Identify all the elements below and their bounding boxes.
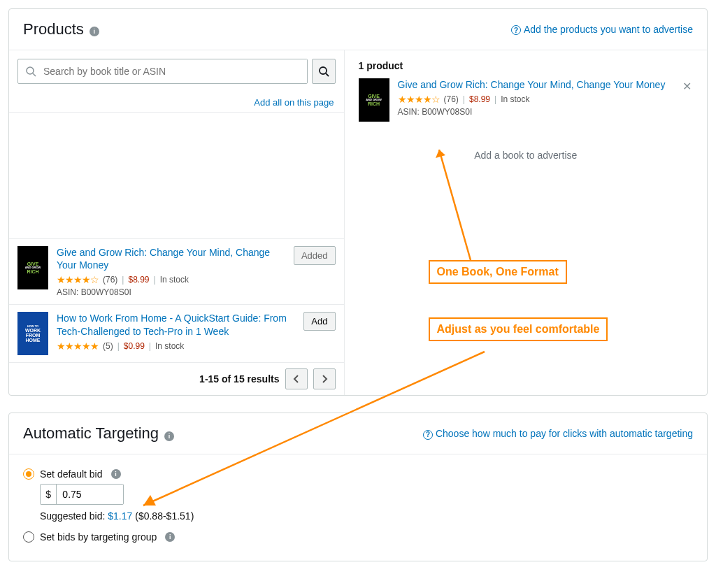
book-title-link[interactable]: How to Work From Home - A QuickStart Gui… xyxy=(57,312,295,337)
book-price: $8.99 xyxy=(128,275,149,285)
add-book-hint: Add a book to advertise xyxy=(359,122,694,189)
chevron-right-icon xyxy=(321,375,328,383)
callout-one-book: One Book, One Format xyxy=(429,260,567,284)
book-meta: ★★★★★ (5) | $0.99 | In stock xyxy=(57,340,295,352)
automatic-targeting-panel: Automatic Targeting i ?Choose how much t… xyxy=(8,413,708,561)
star-rating-icon: ★★★★☆ xyxy=(57,274,99,285)
star-rating-icon: ★★★★★ xyxy=(57,340,99,352)
products-title: Products xyxy=(23,20,84,38)
suggested-bid-label: Suggested bid: xyxy=(40,510,108,522)
stock-status: In stock xyxy=(501,94,529,104)
targeting-body: Set default bid i $ Suggested bid: $1.17… xyxy=(9,454,707,561)
result-info: How to Work From Home - A QuickStart Gui… xyxy=(57,312,295,351)
group-bid-radio[interactable] xyxy=(23,531,34,543)
svg-line-1 xyxy=(33,73,36,76)
info-icon[interactable]: i xyxy=(90,27,99,36)
suggested-bid: Suggested bid: $1.17 ($0.88-$1.51) xyxy=(40,510,693,522)
svg-point-2 xyxy=(320,67,327,74)
results-spacer xyxy=(9,113,344,238)
products-selected-column: 1 product GIVEAND GROWRICH Give and Grow… xyxy=(345,50,708,395)
svg-line-3 xyxy=(326,73,329,76)
review-count: (76) xyxy=(103,275,117,285)
book-asin: ASIN: B00WY08S0I xyxy=(57,287,285,297)
suggested-bid-value[interactable]: $1.17 xyxy=(108,510,132,522)
book-meta: ★★★★☆ (76) | $8.99 | In stock xyxy=(57,274,285,285)
targeting-help-link[interactable]: ?Choose how much to pay for clicks with … xyxy=(423,428,693,440)
search-input-wrap xyxy=(17,59,308,84)
info-icon[interactable]: i xyxy=(165,532,175,542)
info-icon[interactable]: i xyxy=(111,469,121,479)
add-button[interactable]: Add xyxy=(303,312,335,331)
pagination-text: 1-15 of 15 results xyxy=(199,373,279,385)
default-bid-label: Set default bid xyxy=(40,468,103,480)
bid-input[interactable] xyxy=(57,485,123,504)
search-result-item: HOW TO WORK FROM HOME How to Work From H… xyxy=(9,304,344,362)
add-all-row: Add all on this page xyxy=(9,92,344,113)
book-meta: ★★★★☆ (76) | $8.99 | In stock xyxy=(398,94,673,105)
search-row xyxy=(9,50,344,92)
book-thumbnail: GIVEAND GROWRICH xyxy=(359,78,389,122)
selected-count: 1 product xyxy=(359,50,694,78)
remove-product-button[interactable]: ✕ xyxy=(681,78,693,94)
book-thumbnail: GIVE AND GROW RICH xyxy=(17,246,48,289)
book-thumbnail: HOW TO WORK FROM HOME xyxy=(17,312,48,355)
added-button: Added xyxy=(294,246,336,265)
products-search-column: Add all on this page GIVE AND GROW RICH … xyxy=(9,50,345,395)
bid-block: $ Suggested bid: $1.17 ($0.88-$1.51) xyxy=(40,484,693,522)
products-help-text: Add the products you want to advertise xyxy=(524,24,693,35)
search-result-item: GIVE AND GROW RICH Give and Grow Rich: C… xyxy=(9,238,344,304)
info-icon[interactable]: i xyxy=(164,431,174,441)
bid-input-wrap: $ xyxy=(40,484,124,505)
targeting-header: Automatic Targeting i ?Choose how much t… xyxy=(9,413,707,454)
callout-adjust: Adjust as you feel comfortable xyxy=(429,317,608,341)
products-panel: Products i ?Add the products you want to… xyxy=(8,8,708,396)
products-body: Add all on this page GIVE AND GROW RICH … xyxy=(9,50,707,395)
selected-info: Give and Grow Rich: Change Your Mind, Ch… xyxy=(398,78,673,117)
search-input[interactable] xyxy=(41,59,307,83)
targeting-title: Automatic Targeting xyxy=(23,424,159,442)
currency-label: $ xyxy=(41,485,57,504)
chevron-left-icon xyxy=(293,375,300,383)
default-bid-radio[interactable] xyxy=(23,468,34,480)
stock-status: In stock xyxy=(155,341,184,351)
search-icon xyxy=(18,59,41,83)
svg-point-0 xyxy=(27,67,34,74)
help-icon: ? xyxy=(511,25,521,35)
selected-product: GIVEAND GROWRICH Give and Grow Rich: Cha… xyxy=(359,78,694,122)
stock-status: In stock xyxy=(160,275,189,285)
pagination: 1-15 of 15 results xyxy=(9,362,344,395)
add-all-link[interactable]: Add all on this page xyxy=(254,97,334,108)
products-help-link[interactable]: ?Add the products you want to advertise xyxy=(511,24,693,36)
group-bid-label: Set bids by targeting group xyxy=(40,531,157,543)
group-bid-option: Set bids by targeting group i xyxy=(23,531,693,543)
targeting-help-text: Choose how much to pay for clicks with a… xyxy=(436,428,693,439)
default-bid-option: Set default bid i xyxy=(23,468,693,480)
book-asin: ASIN: B00WY08S0I xyxy=(398,107,673,117)
products-header: Products i ?Add the products you want to… xyxy=(9,9,707,50)
next-page-button[interactable] xyxy=(313,368,336,389)
help-icon: ? xyxy=(423,430,433,440)
prev-page-button[interactable] xyxy=(285,368,308,389)
review-count: (5) xyxy=(103,341,113,351)
star-rating-icon: ★★★★☆ xyxy=(398,94,440,105)
suggested-bid-range: ($0.88-$1.51) xyxy=(132,510,194,522)
result-info: Give and Grow Rich: Change Your Mind, Ch… xyxy=(57,246,285,297)
book-title-link[interactable]: Give and Grow Rich: Change Your Mind, Ch… xyxy=(57,246,285,271)
book-price: $0.99 xyxy=(124,341,145,351)
book-title-link[interactable]: Give and Grow Rich: Change Your Mind, Ch… xyxy=(398,78,673,91)
search-button[interactable] xyxy=(312,59,336,84)
book-price: $8.99 xyxy=(469,94,490,104)
review-count: (76) xyxy=(444,94,459,104)
